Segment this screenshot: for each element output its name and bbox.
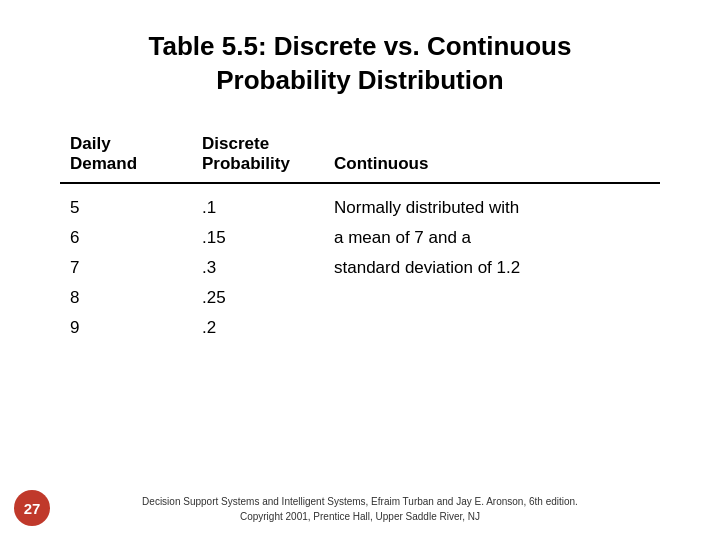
- table-row: 7.3standard deviation of 1.2: [60, 253, 660, 283]
- table-row: 9.2: [60, 313, 660, 343]
- cell-continuous: a mean of 7 and a: [324, 223, 660, 253]
- slide-container: Table 5.5: Discrete vs. Continuous Proba…: [0, 0, 720, 540]
- footer-line1: Decision Support Systems and Intelligent…: [142, 496, 578, 507]
- cell-continuous: [324, 313, 660, 343]
- cell-discrete: .1: [192, 183, 324, 223]
- table-wrapper: DailyDemand DiscreteProbability Continuo…: [60, 126, 660, 520]
- col-header-demand-label: DailyDemand: [70, 134, 137, 173]
- cell-demand: 9: [60, 313, 192, 343]
- cell-continuous: [324, 283, 660, 313]
- table-header-row: DailyDemand DiscreteProbability Continuo…: [60, 126, 660, 183]
- table-row: 5.1Normally distributed with: [60, 183, 660, 223]
- cell-continuous: Normally distributed with: [324, 183, 660, 223]
- title-line2: Probability Distribution: [216, 65, 503, 95]
- cell-discrete: .3: [192, 253, 324, 283]
- table-row: 6.15a mean of 7 and a: [60, 223, 660, 253]
- cell-discrete: .25: [192, 283, 324, 313]
- col-header-discrete: DiscreteProbability: [192, 126, 324, 183]
- footer-text: Decision Support Systems and Intelligent…: [0, 494, 720, 524]
- cell-discrete: .2: [192, 313, 324, 343]
- col-header-discrete-label: DiscreteProbability: [202, 134, 290, 173]
- title-section: Table 5.5: Discrete vs. Continuous Proba…: [149, 30, 572, 98]
- cell-demand: 8: [60, 283, 192, 313]
- table-row: 8.25: [60, 283, 660, 313]
- cell-demand: 6: [60, 223, 192, 253]
- footer-line2: Copyright 2001, Prentice Hall, Upper Sad…: [240, 511, 480, 522]
- col-header-demand: DailyDemand: [60, 126, 192, 183]
- main-table: DailyDemand DiscreteProbability Continuo…: [60, 126, 660, 343]
- col-header-continuous: Continuous: [324, 126, 660, 183]
- cell-demand: 5: [60, 183, 192, 223]
- cell-discrete: .15: [192, 223, 324, 253]
- cell-continuous: standard deviation of 1.2: [324, 253, 660, 283]
- col-header-continuous-label: Continuous: [334, 154, 428, 173]
- cell-demand: 7: [60, 253, 192, 283]
- title-line1: Table 5.5: Discrete vs. Continuous: [149, 31, 572, 61]
- slide-title: Table 5.5: Discrete vs. Continuous Proba…: [149, 30, 572, 98]
